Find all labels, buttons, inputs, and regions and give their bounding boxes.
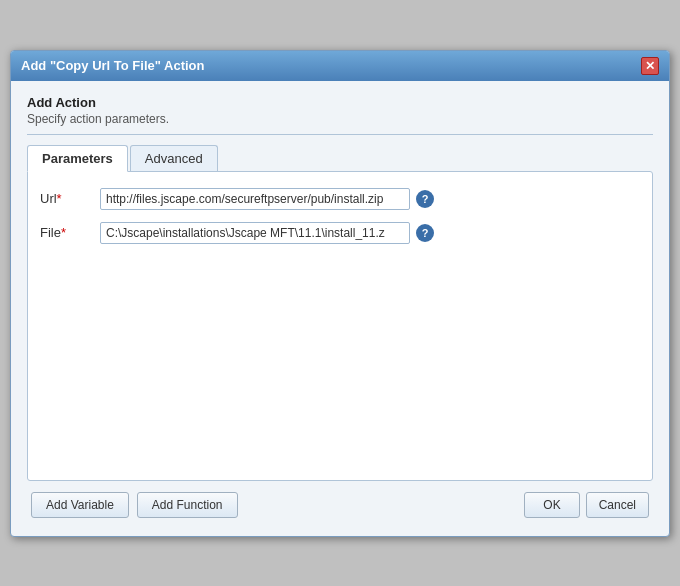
tab-content-parameters: Url* ? File* ?	[27, 171, 653, 481]
add-function-button[interactable]: Add Function	[137, 492, 238, 518]
file-required-marker: *	[61, 225, 66, 240]
close-button[interactable]: ✕	[641, 57, 659, 75]
bottom-right-buttons: OK Cancel	[524, 492, 649, 518]
file-input-wrap: ?	[100, 222, 640, 244]
divider	[27, 134, 653, 135]
url-field-row: Url* ?	[40, 188, 640, 210]
title-bar: Add "Copy Url To File" Action ✕	[11, 51, 669, 81]
bottom-buttons: Add Variable Add Function OK Cancel	[27, 482, 653, 522]
file-label: File*	[40, 225, 100, 240]
file-help-icon[interactable]: ?	[416, 224, 434, 242]
url-help-icon[interactable]: ?	[416, 190, 434, 208]
url-input[interactable]	[100, 188, 410, 210]
tab-parameters[interactable]: Parameters	[27, 145, 128, 172]
tab-advanced[interactable]: Advanced	[130, 145, 218, 172]
cancel-button[interactable]: Cancel	[586, 492, 649, 518]
file-input[interactable]	[100, 222, 410, 244]
url-label: Url*	[40, 191, 100, 206]
section-title: Add Action	[27, 95, 653, 110]
add-variable-button[interactable]: Add Variable	[31, 492, 129, 518]
ok-button[interactable]: OK	[524, 492, 579, 518]
url-required-marker: *	[57, 191, 62, 206]
file-field-row: File* ?	[40, 222, 640, 244]
section-header: Add Action Specify action parameters.	[27, 95, 653, 126]
url-input-wrap: ?	[100, 188, 640, 210]
dialog-title: Add "Copy Url To File" Action	[21, 58, 205, 73]
tabs: Parameters Advanced	[27, 145, 653, 172]
dialog: Add "Copy Url To File" Action ✕ Add Acti…	[10, 50, 670, 537]
section-subtitle: Specify action parameters.	[27, 112, 653, 126]
bottom-left-buttons: Add Variable Add Function	[31, 492, 238, 518]
dialog-body: Add Action Specify action parameters. Pa…	[11, 81, 669, 536]
